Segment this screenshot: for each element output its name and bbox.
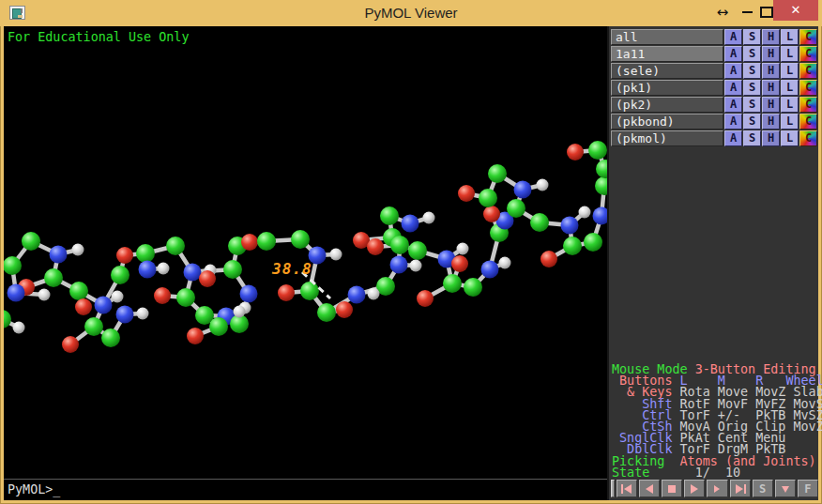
object-name[interactable]: 1a11	[611, 46, 723, 62]
atom-c[interactable]	[101, 328, 120, 347]
atom-h[interactable]	[423, 212, 435, 224]
playbar-grip[interactable]	[611, 480, 615, 497]
atom-o[interactable]	[199, 270, 216, 287]
atom-c[interactable]	[563, 237, 582, 255]
minimize-button[interactable]	[742, 11, 753, 13]
object-c-button[interactable]: C	[799, 130, 817, 146]
atom-n[interactable]	[8, 284, 25, 302]
atom-n[interactable]	[348, 286, 366, 304]
down-button[interactable]	[775, 480, 796, 497]
object-a-button[interactable]: A	[724, 29, 742, 45]
atom-c[interactable]	[300, 282, 319, 300]
object-s-button[interactable]: S	[743, 63, 761, 79]
atom-c[interactable]	[408, 241, 427, 260]
atom-c[interactable]	[111, 266, 129, 284]
atom-n[interactable]	[402, 215, 419, 233]
object-s-button[interactable]: S	[743, 97, 761, 113]
atom-o[interactable]	[336, 301, 353, 318]
atom-h[interactable]	[158, 263, 170, 275]
atom-n[interactable]	[514, 181, 532, 199]
atom-o[interactable]	[75, 298, 92, 315]
atom-h[interactable]	[137, 308, 149, 320]
atom-c[interactable]	[69, 282, 88, 300]
atom-n[interactable]	[116, 306, 134, 324]
object-name[interactable]: (pkmol)	[611, 130, 723, 146]
fast-forward-button[interactable]	[730, 480, 751, 497]
atom-o[interactable]	[154, 287, 171, 304]
atom-h[interactable]	[499, 257, 511, 269]
atom-c[interactable]	[176, 288, 195, 307]
object-l-button[interactable]: L	[781, 63, 799, 79]
maximize-button[interactable]	[760, 7, 773, 18]
atom-o[interactable]	[417, 290, 434, 307]
atom-h[interactable]	[368, 288, 380, 300]
atom-c[interactable]	[84, 317, 103, 336]
object-c-button[interactable]: C	[799, 29, 817, 45]
object-c-button[interactable]: C	[799, 114, 817, 130]
atom-h[interactable]	[234, 306, 246, 318]
atom-c[interactable]	[584, 233, 602, 252]
object-s-button[interactable]: S	[743, 114, 761, 130]
rewind-button[interactable]	[616, 480, 637, 497]
atom-c[interactable]	[291, 230, 310, 249]
atom-c[interactable]	[44, 268, 63, 287]
object-a-button[interactable]: A	[724, 114, 742, 130]
atom-n[interactable]	[95, 297, 113, 314]
atom-c[interactable]	[507, 199, 525, 218]
object-h-button[interactable]: H	[762, 80, 780, 96]
atom-n[interactable]	[139, 261, 157, 279]
resize-icon[interactable]: ↔	[713, 2, 732, 23]
play-button[interactable]	[684, 480, 705, 497]
atom-c[interactable]	[390, 236, 409, 254]
atom-n[interactable]	[593, 207, 608, 225]
atom-o[interactable]	[540, 251, 557, 267]
object-h-button[interactable]: H	[762, 63, 780, 79]
atom-n[interactable]	[240, 285, 258, 303]
object-l-button[interactable]: L	[781, 46, 799, 62]
atom-o[interactable]	[458, 185, 475, 202]
atom-h[interactable]	[38, 289, 51, 301]
object-a-button[interactable]: A	[724, 97, 742, 113]
atom-c[interactable]	[4, 310, 11, 328]
close-button[interactable]: ✕	[773, 0, 818, 21]
atom-o[interactable]	[567, 144, 584, 160]
atom-o[interactable]	[116, 247, 133, 264]
atom-h[interactable]	[72, 244, 84, 256]
object-c-button[interactable]: C	[799, 97, 817, 113]
object-l-button[interactable]: L	[781, 97, 799, 113]
object-a-button[interactable]: A	[724, 130, 742, 146]
object-s-button[interactable]: S	[743, 130, 761, 146]
atom-c[interactable]	[209, 317, 228, 336]
stop-button[interactable]	[662, 480, 682, 497]
object-name[interactable]: all	[611, 29, 723, 45]
atom-c[interactable]	[595, 176, 607, 195]
atom-o[interactable]	[62, 336, 79, 353]
atom-o[interactable]	[278, 284, 295, 301]
atom-h[interactable]	[457, 243, 469, 255]
object-a-button[interactable]: A	[724, 63, 742, 79]
atom-c[interactable]	[530, 213, 549, 232]
object-s-button[interactable]: S	[743, 46, 761, 62]
atom-c[interactable]	[464, 278, 482, 297]
atom-c[interactable]	[488, 164, 507, 183]
atom-c[interactable]	[317, 303, 336, 322]
object-l-button[interactable]: L	[781, 114, 799, 130]
object-a-button[interactable]: A	[724, 80, 742, 96]
atom-o[interactable]	[367, 238, 384, 255]
object-c-button[interactable]: C	[799, 63, 817, 79]
atom-h[interactable]	[112, 291, 124, 303]
object-h-button[interactable]: H	[762, 130, 780, 146]
atom-c[interactable]	[223, 260, 242, 279]
atom-h[interactable]	[579, 206, 591, 219]
object-l-button[interactable]: L	[781, 130, 799, 146]
atom-c[interactable]	[380, 206, 399, 225]
object-l-button[interactable]: L	[781, 29, 799, 45]
object-s-button[interactable]: S	[743, 80, 761, 96]
atom-h[interactable]	[330, 249, 342, 261]
atom-h[interactable]	[537, 179, 549, 191]
object-name[interactable]: (pk1)	[611, 80, 723, 96]
atom-o[interactable]	[187, 328, 204, 344]
step-forward-button[interactable]	[707, 480, 727, 497]
atom-c[interactable]	[588, 141, 607, 160]
f-button[interactable]: F	[798, 480, 818, 497]
